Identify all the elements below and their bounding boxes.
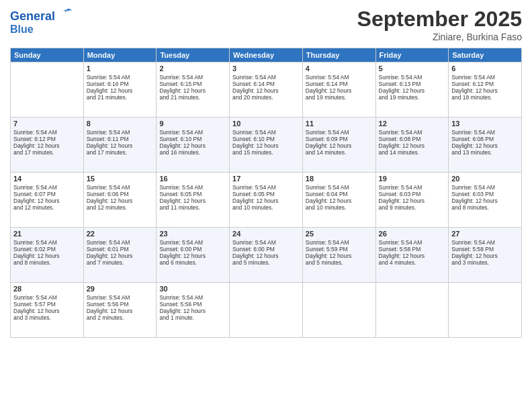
day-info: Daylight: 12 hours <box>451 87 519 94</box>
day-info: Sunrise: 5:54 AM <box>159 184 226 191</box>
day-number: 29 <box>87 285 154 293</box>
day-info: Sunrise: 5:54 AM <box>306 239 373 246</box>
day-number: 28 <box>13 285 81 293</box>
day-info: Sunset: 6:09 PM <box>306 136 373 142</box>
calendar-cell: 30Sunrise: 5:54 AMSunset: 5:56 PMDayligh… <box>157 283 230 338</box>
calendar-cell: 23Sunrise: 5:54 AMSunset: 6:00 PMDayligh… <box>157 228 230 283</box>
day-number: 23 <box>159 230 226 238</box>
day-info: Sunrise: 5:54 AM <box>159 294 226 301</box>
calendar-week-row: 1Sunrise: 5:54 AMSunset: 6:16 PMDaylight… <box>11 62 522 118</box>
calendar-cell: 10Sunrise: 5:54 AMSunset: 6:10 PMDayligh… <box>230 118 303 173</box>
day-info: and 12 minutes. <box>87 204 154 211</box>
day-info: Sunset: 5:57 PM <box>13 301 81 308</box>
day-info: and 17 minutes. <box>87 149 154 156</box>
day-info: Sunset: 6:00 PM <box>159 246 226 253</box>
day-info: Sunrise: 5:54 AM <box>13 129 81 136</box>
day-info: and 8 minutes. <box>451 204 519 211</box>
day-info: Sunset: 6:07 PM <box>13 191 81 197</box>
day-info: Sunrise: 5:54 AM <box>87 184 154 191</box>
day-info: Daylight: 12 hours <box>306 87 373 94</box>
calendar-cell: 22Sunrise: 5:54 AMSunset: 6:01 PMDayligh… <box>83 228 157 283</box>
calendar-cell: 12Sunrise: 5:54 AMSunset: 6:08 PMDayligh… <box>375 118 449 173</box>
calendar-week-row: 21Sunrise: 5:54 AMSunset: 6:02 PMDayligh… <box>11 228 522 283</box>
calendar-cell: 16Sunrise: 5:54 AMSunset: 6:05 PMDayligh… <box>157 173 230 228</box>
day-number: 18 <box>306 175 373 183</box>
day-number: 6 <box>451 64 519 73</box>
day-info: Sunrise: 5:54 AM <box>232 129 300 136</box>
day-info: Daylight: 12 hours <box>306 142 373 149</box>
calendar-cell: 4Sunrise: 5:54 AMSunset: 6:14 PMDaylight… <box>302 62 375 118</box>
calendar-cell: 1Sunrise: 5:54 AMSunset: 6:16 PMDaylight… <box>83 62 157 118</box>
day-info: Sunset: 6:00 PM <box>232 246 300 253</box>
day-info: Daylight: 12 hours <box>306 253 373 259</box>
day-info: Sunrise: 5:54 AM <box>379 239 446 246</box>
day-info: Sunrise: 5:54 AM <box>159 74 226 81</box>
calendar-cell <box>375 283 449 338</box>
day-info: Daylight: 12 hours <box>87 308 154 314</box>
day-number: 12 <box>379 120 446 128</box>
day-number: 26 <box>379 230 446 238</box>
day-info: Daylight: 12 hours <box>159 142 226 149</box>
day-info: Daylight: 12 hours <box>306 197 373 204</box>
calendar-cell: 6Sunrise: 5:54 AMSunset: 6:12 PMDaylight… <box>449 62 522 118</box>
day-number: 22 <box>87 230 154 238</box>
day-number: 17 <box>232 175 300 183</box>
day-info: Sunset: 6:04 PM <box>306 191 373 197</box>
calendar-cell: 27Sunrise: 5:54 AMSunset: 5:58 PMDayligh… <box>449 228 522 283</box>
day-number: 30 <box>159 285 226 293</box>
day-info: and 17 minutes. <box>13 149 81 156</box>
calendar-cell: 5Sunrise: 5:54 AMSunset: 6:13 PMDaylight… <box>375 62 449 118</box>
day-info: Sunrise: 5:54 AM <box>13 294 81 301</box>
day-info: and 8 minutes. <box>13 259 81 266</box>
calendar-cell: 29Sunrise: 5:54 AMSunset: 5:56 PMDayligh… <box>83 283 157 338</box>
day-number: 20 <box>451 175 519 183</box>
day-number: 25 <box>306 230 373 238</box>
day-number: 9 <box>159 120 226 128</box>
day-info: and 13 minutes. <box>451 149 519 156</box>
day-info: and 10 minutes. <box>232 204 300 211</box>
weekday-header: Tuesday <box>157 48 230 62</box>
day-info: Sunset: 6:10 PM <box>232 136 300 142</box>
logo-bird-icon <box>60 7 73 20</box>
day-number: 11 <box>306 120 373 128</box>
header: General Blue September 2025 Ziniare, Bur… <box>10 7 522 42</box>
day-info: Sunrise: 5:54 AM <box>87 74 154 81</box>
day-number: 4 <box>306 64 373 73</box>
day-info: Sunrise: 5:54 AM <box>451 129 519 136</box>
day-info: Daylight: 12 hours <box>159 308 226 314</box>
day-info: Daylight: 12 hours <box>159 253 226 259</box>
calendar-cell: 3Sunrise: 5:54 AMSunset: 6:14 PMDaylight… <box>230 62 303 118</box>
calendar-cell: 24Sunrise: 5:54 AMSunset: 6:00 PMDayligh… <box>230 228 303 283</box>
day-info: Daylight: 12 hours <box>13 308 81 314</box>
day-info: Daylight: 12 hours <box>13 253 81 259</box>
day-info: Daylight: 12 hours <box>379 142 446 149</box>
day-info: Daylight: 12 hours <box>451 142 519 149</box>
day-number: 1 <box>87 64 154 73</box>
location-subtitle: Ziniare, Burkina Faso <box>357 32 522 42</box>
calendar-cell: 7Sunrise: 5:54 AMSunset: 6:12 PMDaylight… <box>11 118 84 173</box>
calendar-cell: 28Sunrise: 5:54 AMSunset: 5:57 PMDayligh… <box>11 283 84 338</box>
day-info: and 6 minutes. <box>159 259 226 266</box>
day-info: and 1 minute. <box>159 314 226 321</box>
calendar-cell: 18Sunrise: 5:54 AMSunset: 6:04 PMDayligh… <box>302 173 375 228</box>
calendar-cell: 25Sunrise: 5:54 AMSunset: 5:59 PMDayligh… <box>302 228 375 283</box>
day-info: Sunrise: 5:54 AM <box>306 129 373 136</box>
weekday-header: Sunday <box>11 48 84 62</box>
day-info: Daylight: 12 hours <box>232 142 300 149</box>
weekday-header: Thursday <box>302 48 375 62</box>
logo: General Blue <box>10 7 73 35</box>
day-number: 10 <box>232 120 300 128</box>
day-info: Sunset: 6:03 PM <box>379 191 446 197</box>
day-info: Sunset: 5:56 PM <box>87 301 154 308</box>
day-info: and 9 minutes. <box>379 204 446 211</box>
calendar-cell: 13Sunrise: 5:54 AMSunset: 6:08 PMDayligh… <box>449 118 522 173</box>
day-info: Sunrise: 5:54 AM <box>379 184 446 191</box>
day-info: Sunset: 5:58 PM <box>379 246 446 253</box>
day-info: Sunrise: 5:54 AM <box>159 239 226 246</box>
day-info: and 12 minutes. <box>13 204 81 211</box>
day-info: Sunset: 6:06 PM <box>87 191 154 197</box>
calendar-week-row: 7Sunrise: 5:54 AMSunset: 6:12 PMDaylight… <box>11 118 522 173</box>
day-number: 3 <box>232 64 300 73</box>
day-info: Sunset: 6:01 PM <box>87 246 154 253</box>
day-info: Sunrise: 5:54 AM <box>379 74 446 81</box>
